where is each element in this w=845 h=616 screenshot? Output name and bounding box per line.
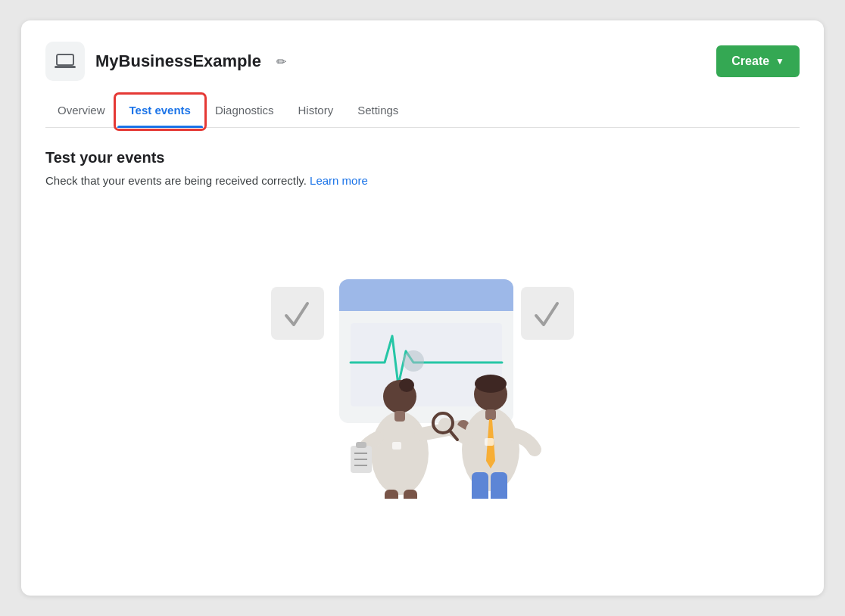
svg-rect-12: [394, 411, 405, 422]
learn-more-link[interactable]: Learn more: [310, 174, 368, 187]
section-desc: Check that your events are being receive…: [45, 174, 800, 187]
tab-overview[interactable]: Overview: [45, 96, 117, 127]
svg-point-27: [475, 375, 507, 393]
tab-settings[interactable]: Settings: [345, 96, 410, 127]
create-label: Create: [731, 54, 769, 68]
svg-rect-25: [491, 472, 507, 499]
svg-rect-24: [472, 472, 488, 499]
app-icon-box: [45, 42, 85, 81]
svg-rect-1: [55, 66, 76, 68]
illustration-svg: [226, 211, 619, 499]
tab-diagnostics[interactable]: Diagnostics: [203, 96, 286, 127]
section-desc-text: Check that your events are being receive…: [45, 174, 307, 187]
main-content: Test your events Check that your events …: [45, 149, 800, 499]
header-left: MyBusinessExample ✏: [45, 42, 286, 81]
svg-rect-2: [271, 287, 324, 340]
svg-rect-28: [485, 409, 496, 420]
create-caret-icon: ▼: [775, 56, 784, 67]
svg-rect-15: [404, 490, 417, 499]
svg-rect-33: [392, 442, 401, 450]
section-title: Test your events: [45, 149, 800, 166]
app-title: MyBusinessExample: [95, 51, 261, 71]
edit-icon[interactable]: ✏: [276, 54, 286, 69]
svg-rect-19: [356, 442, 366, 448]
svg-rect-3: [521, 287, 574, 340]
create-button[interactable]: Create ▼: [716, 45, 800, 77]
tab-test-events[interactable]: Test events: [117, 96, 203, 127]
nav-tabs: Overview Test events Diagnostics History…: [45, 96, 800, 128]
svg-point-9: [371, 412, 429, 495]
svg-point-11: [399, 378, 414, 392]
svg-rect-34: [485, 438, 494, 446]
main-card: MyBusinessExample ✏ Create ▼ Overview Te…: [21, 20, 824, 596]
svg-rect-14: [385, 490, 398, 499]
header-row: MyBusinessExample ✏ Create ▼: [45, 42, 800, 81]
svg-rect-0: [57, 54, 73, 65]
laptop-icon: [55, 53, 76, 70]
tab-history[interactable]: History: [286, 96, 346, 127]
svg-point-8: [403, 350, 424, 372]
svg-rect-6: [339, 296, 513, 311]
illustration-area: [45, 211, 800, 499]
